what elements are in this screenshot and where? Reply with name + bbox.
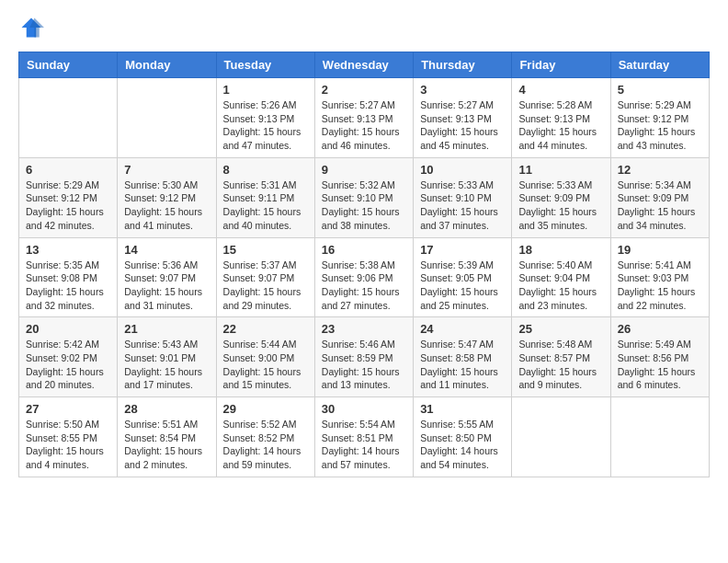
calendar-cell: 22Sunrise: 5:44 AM Sunset: 9:00 PM Dayli… [216, 317, 314, 397]
day-number: 21 [124, 322, 209, 336]
day-number: 4 [518, 83, 603, 97]
day-info: Sunrise: 5:42 AM Sunset: 9:02 PM Dayligh… [26, 338, 110, 392]
calendar-cell: 9Sunrise: 5:32 AM Sunset: 9:10 PM Daylig… [314, 157, 413, 237]
day-number: 12 [618, 163, 702, 177]
header [18, 15, 710, 40]
calendar-cell: 24Sunrise: 5:47 AM Sunset: 8:58 PM Dayli… [414, 317, 512, 397]
day-info: Sunrise: 5:33 AM Sunset: 9:09 PM Dayligh… [518, 178, 603, 233]
calendar-cell: 15Sunrise: 5:37 AM Sunset: 9:07 PM Dayli… [216, 237, 314, 317]
calendar-cell: 8Sunrise: 5:31 AM Sunset: 9:11 PM Daylig… [216, 157, 314, 237]
day-info: Sunrise: 5:54 AM Sunset: 8:51 PM Dayligh… [322, 418, 406, 472]
day-info: Sunrise: 5:43 AM Sunset: 9:01 PM Dayligh… [124, 338, 209, 392]
weekday-header-tuesday: Tuesday [216, 52, 314, 78]
calendar-week-4: 20Sunrise: 5:42 AM Sunset: 9:02 PM Dayli… [19, 317, 710, 397]
day-info: Sunrise: 5:46 AM Sunset: 8:59 PM Dayligh… [322, 338, 406, 392]
day-number: 11 [518, 163, 603, 177]
calendar-cell: 28Sunrise: 5:51 AM Sunset: 8:54 PM Dayli… [118, 397, 216, 477]
calendar-cell: 31Sunrise: 5:55 AM Sunset: 8:50 PM Dayli… [414, 397, 512, 477]
day-number: 16 [322, 243, 406, 257]
weekday-header-sunday: Sunday [19, 52, 118, 78]
calendar-cell: 5Sunrise: 5:29 AM Sunset: 9:12 PM Daylig… [610, 78, 709, 158]
day-info: Sunrise: 5:27 AM Sunset: 9:13 PM Dayligh… [420, 98, 505, 153]
calendar-cell [512, 397, 610, 477]
day-info: Sunrise: 5:29 AM Sunset: 9:12 PM Dayligh… [26, 178, 110, 233]
day-info: Sunrise: 5:33 AM Sunset: 9:10 PM Dayligh… [420, 178, 505, 233]
day-info: Sunrise: 5:27 AM Sunset: 9:13 PM Dayligh… [322, 98, 406, 153]
calendar-cell [610, 397, 709, 477]
calendar-cell: 27Sunrise: 5:50 AM Sunset: 8:55 PM Dayli… [19, 397, 118, 477]
day-number: 1 [223, 83, 308, 97]
calendar-cell: 25Sunrise: 5:48 AM Sunset: 8:57 PM Dayli… [512, 317, 610, 397]
day-number: 19 [618, 243, 702, 257]
day-info: Sunrise: 5:34 AM Sunset: 9:09 PM Dayligh… [618, 178, 702, 233]
day-info: Sunrise: 5:44 AM Sunset: 9:00 PM Dayligh… [223, 338, 308, 392]
calendar-week-1: 1Sunrise: 5:26 AM Sunset: 9:13 PM Daylig… [19, 78, 710, 158]
day-info: Sunrise: 5:41 AM Sunset: 9:03 PM Dayligh… [618, 259, 702, 313]
day-info: Sunrise: 5:36 AM Sunset: 9:07 PM Dayligh… [124, 259, 209, 313]
calendar-table: SundayMondayTuesdayWednesdayThursdayFrid… [18, 52, 710, 477]
day-number: 2 [322, 83, 406, 97]
day-number: 27 [26, 402, 110, 416]
day-number: 7 [124, 163, 209, 177]
day-number: 30 [322, 402, 406, 416]
day-info: Sunrise: 5:49 AM Sunset: 8:56 PM Dayligh… [618, 338, 702, 392]
day-number: 22 [223, 322, 308, 336]
calendar-cell: 17Sunrise: 5:39 AM Sunset: 9:05 PM Dayli… [414, 237, 512, 317]
day-info: Sunrise: 5:50 AM Sunset: 8:55 PM Dayligh… [26, 418, 110, 472]
day-number: 31 [420, 402, 505, 416]
day-number: 24 [420, 322, 505, 336]
calendar-cell: 13Sunrise: 5:35 AM Sunset: 9:08 PM Dayli… [19, 237, 118, 317]
day-number: 17 [420, 243, 505, 257]
day-info: Sunrise: 5:31 AM Sunset: 9:11 PM Dayligh… [223, 178, 308, 233]
calendar-cell: 23Sunrise: 5:46 AM Sunset: 8:59 PM Dayli… [314, 317, 413, 397]
day-number: 15 [223, 243, 308, 257]
day-number: 14 [124, 243, 209, 257]
calendar-cell: 10Sunrise: 5:33 AM Sunset: 9:10 PM Dayli… [414, 157, 512, 237]
calendar-cell: 4Sunrise: 5:28 AM Sunset: 9:13 PM Daylig… [512, 78, 610, 158]
day-number: 3 [420, 83, 505, 97]
day-number: 29 [223, 402, 308, 416]
day-number: 13 [26, 243, 110, 257]
day-info: Sunrise: 5:48 AM Sunset: 8:57 PM Dayligh… [518, 338, 603, 392]
logo [18, 15, 48, 40]
day-number: 10 [420, 163, 505, 177]
day-info: Sunrise: 5:37 AM Sunset: 9:07 PM Dayligh… [223, 259, 308, 313]
calendar-cell [118, 78, 216, 158]
day-info: Sunrise: 5:35 AM Sunset: 9:08 PM Dayligh… [26, 259, 110, 313]
logo-icon [18, 15, 44, 40]
day-info: Sunrise: 5:55 AM Sunset: 8:50 PM Dayligh… [420, 418, 505, 472]
calendar-cell: 3Sunrise: 5:27 AM Sunset: 9:13 PM Daylig… [414, 78, 512, 158]
day-info: Sunrise: 5:38 AM Sunset: 9:06 PM Dayligh… [322, 259, 406, 313]
day-info: Sunrise: 5:30 AM Sunset: 9:12 PM Dayligh… [124, 178, 209, 233]
calendar-cell: 11Sunrise: 5:33 AM Sunset: 9:09 PM Dayli… [512, 157, 610, 237]
calendar-cell: 7Sunrise: 5:30 AM Sunset: 9:12 PM Daylig… [118, 157, 216, 237]
day-info: Sunrise: 5:51 AM Sunset: 8:54 PM Dayligh… [124, 418, 209, 472]
day-number: 6 [26, 163, 110, 177]
calendar-cell: 6Sunrise: 5:29 AM Sunset: 9:12 PM Daylig… [19, 157, 118, 237]
day-number: 8 [223, 163, 308, 177]
day-number: 18 [518, 243, 603, 257]
day-info: Sunrise: 5:29 AM Sunset: 9:12 PM Dayligh… [618, 98, 702, 153]
calendar-cell: 20Sunrise: 5:42 AM Sunset: 9:02 PM Dayli… [19, 317, 118, 397]
day-number: 20 [26, 322, 110, 336]
calendar-header-row: SundayMondayTuesdayWednesdayThursdayFrid… [19, 52, 710, 78]
calendar-cell: 2Sunrise: 5:27 AM Sunset: 9:13 PM Daylig… [314, 78, 413, 158]
calendar-cell: 26Sunrise: 5:49 AM Sunset: 8:56 PM Dayli… [610, 317, 709, 397]
calendar-cell: 18Sunrise: 5:40 AM Sunset: 9:04 PM Dayli… [512, 237, 610, 317]
weekday-header-friday: Friday [512, 52, 610, 78]
day-info: Sunrise: 5:40 AM Sunset: 9:04 PM Dayligh… [518, 259, 603, 313]
calendar-cell [19, 78, 118, 158]
calendar-cell: 19Sunrise: 5:41 AM Sunset: 9:03 PM Dayli… [610, 237, 709, 317]
weekday-header-saturday: Saturday [610, 52, 709, 78]
day-number: 9 [322, 163, 406, 177]
calendar-body: 1Sunrise: 5:26 AM Sunset: 9:13 PM Daylig… [19, 78, 710, 477]
day-info: Sunrise: 5:28 AM Sunset: 9:13 PM Dayligh… [518, 98, 603, 153]
calendar-cell: 12Sunrise: 5:34 AM Sunset: 9:09 PM Dayli… [610, 157, 709, 237]
weekday-header-wednesday: Wednesday [314, 52, 413, 78]
day-number: 25 [518, 322, 603, 336]
day-info: Sunrise: 5:39 AM Sunset: 9:05 PM Dayligh… [420, 259, 505, 313]
calendar-week-2: 6Sunrise: 5:29 AM Sunset: 9:12 PM Daylig… [19, 157, 710, 237]
day-number: 5 [618, 83, 702, 97]
calendar-cell: 1Sunrise: 5:26 AM Sunset: 9:13 PM Daylig… [216, 78, 314, 158]
weekday-header-thursday: Thursday [414, 52, 512, 78]
